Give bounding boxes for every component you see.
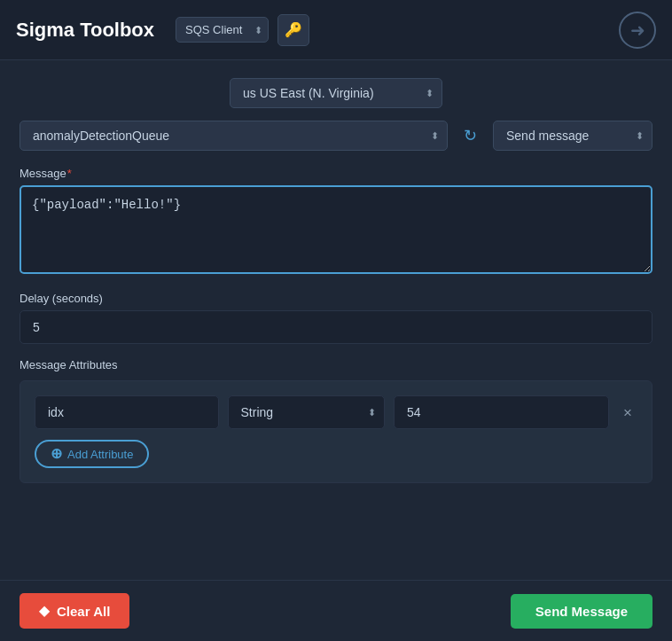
clear-icon: ◆ bbox=[39, 603, 50, 619]
queue-row: anomalyDetectionQueue defaultQueue testQ… bbox=[20, 121, 652, 151]
delay-input[interactable] bbox=[20, 310, 652, 344]
add-attribute-label: Add Attribute bbox=[67, 448, 133, 461]
service-selector-wrapper: SQS Client bbox=[176, 17, 269, 43]
region-selector-wrapper: us US East (N. Virginia) us US West (Ore… bbox=[230, 78, 442, 108]
action-selector[interactable]: Send message Receive message Delete mess… bbox=[493, 121, 652, 151]
region-row: us US East (N. Virginia) us US West (Ore… bbox=[20, 78, 652, 108]
clear-button[interactable]: ◆ Clear All bbox=[20, 593, 129, 629]
attributes-label: Message Attributes bbox=[20, 358, 652, 371]
nav-button[interactable]: ➜ bbox=[619, 12, 656, 49]
key-icon: 🔑 bbox=[285, 21, 302, 38]
message-textarea[interactable]: {"payload":"Hello!"} bbox=[20, 185, 652, 274]
refresh-icon: ↻ bbox=[464, 127, 477, 145]
queue-selector[interactable]: anomalyDetectionQueue defaultQueue testQ… bbox=[20, 121, 448, 151]
header: Sigma Toolbox SQS Client 🔑 ➜ bbox=[0, 0, 672, 60]
queue-selector-wrapper: anomalyDetectionQueue defaultQueue testQ… bbox=[20, 121, 448, 151]
required-star: * bbox=[67, 167, 72, 180]
app-title: Sigma Toolbox bbox=[16, 19, 154, 42]
message-label: Message* bbox=[20, 167, 652, 180]
delay-field-group: Delay (seconds) bbox=[20, 292, 652, 344]
nav-arrow-icon: ➜ bbox=[630, 20, 645, 41]
send-message-button[interactable]: Send Message bbox=[511, 594, 652, 629]
add-attribute-button[interactable]: ⊕ Add Attribute bbox=[35, 440, 149, 468]
add-attribute-icon: ⊕ bbox=[51, 447, 62, 461]
attribute-name-input[interactable] bbox=[35, 395, 219, 429]
delay-label: Delay (seconds) bbox=[20, 292, 652, 305]
message-field-group: Message* {"payload":"Hello!"} bbox=[20, 167, 652, 278]
attributes-box: String Number Binary × ⊕ Add Attribute bbox=[20, 380, 652, 483]
attr-type-wrapper: String Number Binary bbox=[228, 395, 386, 429]
header-controls: SQS Client 🔑 bbox=[176, 14, 619, 46]
attribute-type-select[interactable]: String Number Binary bbox=[228, 395, 386, 429]
footer: ◆ Clear All Send Message bbox=[0, 580, 672, 641]
attribute-row: String Number Binary × bbox=[35, 395, 637, 429]
attribute-value-input[interactable] bbox=[394, 395, 609, 429]
clear-label: Clear All bbox=[57, 604, 110, 619]
action-selector-wrapper: Send message Receive message Delete mess… bbox=[493, 121, 652, 151]
key-button[interactable]: 🔑 bbox=[277, 14, 309, 46]
remove-attribute-button[interactable]: × bbox=[618, 402, 637, 424]
remove-icon: × bbox=[623, 404, 632, 421]
send-label: Send Message bbox=[535, 604, 628, 619]
main-content: us US East (N. Virginia) us US West (Ore… bbox=[0, 60, 672, 515]
attributes-field-group: Message Attributes String Number Binary … bbox=[20, 358, 652, 483]
refresh-button[interactable]: ↻ bbox=[457, 122, 484, 149]
service-selector[interactable]: SQS Client bbox=[176, 17, 269, 43]
region-selector[interactable]: us US East (N. Virginia) us US West (Ore… bbox=[230, 78, 442, 108]
